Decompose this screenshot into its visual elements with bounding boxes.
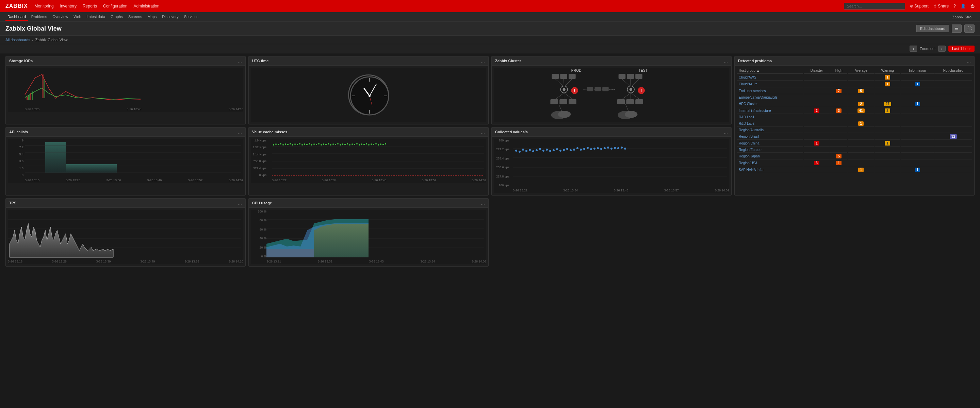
cpu-usage-svg bbox=[266, 210, 486, 257]
top-bar: ZABBIX Monitoring Inventory Reports Conf… bbox=[0, 0, 980, 12]
nav-discovery[interactable]: Discovery bbox=[160, 13, 180, 21]
storage-iops-svg bbox=[25, 68, 243, 112]
widget-menu-cpu-usage[interactable]: ... bbox=[481, 200, 485, 206]
svg-point-99 bbox=[340, 144, 341, 146]
nav-services[interactable]: Services bbox=[182, 13, 200, 21]
widget-title-storage-iops: Storage IOPs bbox=[9, 59, 33, 63]
svg-point-77 bbox=[287, 144, 288, 145]
svg-point-133 bbox=[549, 150, 551, 152]
widget-menu-utc-time[interactable]: ... bbox=[481, 58, 485, 64]
svg-point-144 bbox=[587, 147, 589, 149]
widget-title-utc-time: UTC time bbox=[252, 59, 269, 63]
breadcrumb: All dashboards / Zabbix Global View bbox=[0, 36, 980, 44]
svg-rect-28 bbox=[569, 99, 576, 104]
svg-point-71 bbox=[273, 144, 274, 146]
breadcrumb-current[interactable]: Zabbix Global View bbox=[35, 38, 68, 42]
nav-monitoring[interactable]: Monitoring bbox=[35, 4, 54, 8]
svg-point-95 bbox=[330, 144, 331, 146]
logout-icon[interactable]: ⏻ bbox=[970, 4, 975, 8]
widget-menu-tps[interactable]: ... bbox=[238, 200, 242, 206]
svg-rect-46 bbox=[626, 99, 634, 104]
widget-menu-value-cache-misses[interactable]: ... bbox=[481, 129, 485, 135]
table-row: Region/China 1 1 bbox=[737, 140, 972, 146]
widget-utc-time: UTC time ... bbox=[248, 56, 488, 124]
share-link[interactable]: ⇪ Share bbox=[933, 4, 949, 8]
widget-menu-zabbix-cluster[interactable]: ... bbox=[724, 58, 728, 64]
time-range-button[interactable]: Last 1 hour bbox=[948, 46, 975, 52]
clock-svg bbox=[349, 76, 390, 116]
nav-problems[interactable]: Problems bbox=[29, 13, 49, 21]
table-row: HPC Cluster 2 27 1 bbox=[737, 101, 972, 107]
widget-menu-storage-iops[interactable]: ... bbox=[238, 58, 242, 64]
widget-menu-detected-problems[interactable]: ... bbox=[967, 58, 971, 64]
edit-dashboard-button[interactable]: Edit dashboard bbox=[916, 25, 949, 32]
zoom-prev-button[interactable]: ‹ bbox=[910, 46, 917, 52]
clock-face bbox=[348, 75, 389, 115]
svg-point-90 bbox=[318, 143, 320, 144]
svg-rect-3 bbox=[32, 92, 33, 100]
nav-reports[interactable]: Reports bbox=[83, 4, 97, 8]
col-nc: Not classified bbox=[934, 68, 972, 74]
widget-body-storage-iops: 3-26 13:25 3-26 13:48 3-26 14:10 bbox=[6, 66, 245, 114]
svg-point-135 bbox=[556, 148, 558, 150]
nav-web[interactable]: Web bbox=[72, 13, 83, 21]
svg-rect-45 bbox=[617, 99, 625, 104]
svg-point-137 bbox=[563, 149, 565, 151]
widget-cpu-usage: CPU usage ... 100 % 80 % 60 % 40 % 20 % … bbox=[248, 198, 488, 267]
widget-title-value-cache-misses: Value cache misses bbox=[252, 130, 287, 134]
support-link[interactable]: ⊕ Support bbox=[910, 4, 929, 8]
nav-latest-data[interactable]: Latest data bbox=[85, 13, 107, 21]
tps-svg bbox=[8, 210, 243, 257]
cluster-map-svg: PROD bbox=[494, 68, 729, 122]
svg-point-75 bbox=[282, 144, 284, 146]
nav-graphs[interactable]: Graphs bbox=[108, 13, 125, 21]
svg-point-80 bbox=[294, 143, 296, 145]
svg-point-152 bbox=[614, 147, 616, 149]
value-cache-y-labels: 1.9 Kops 1.52 Kops 1.14 Kops 758.8 vps 3… bbox=[251, 139, 268, 177]
widget-header-tps: TPS ... bbox=[6, 198, 245, 208]
svg-rect-15 bbox=[552, 74, 559, 79]
nav-screens[interactable]: Screens bbox=[126, 13, 144, 21]
widget-header-storage-iops: Storage IOPs ... bbox=[6, 56, 245, 66]
svg-point-145 bbox=[590, 148, 592, 150]
nav-dashboard[interactable]: Dashboard bbox=[5, 13, 28, 21]
widget-header-value-cache-misses: Value cache misses ... bbox=[249, 127, 488, 137]
cpu-usage-chart: 100 % 80 % 60 % 40 % 20 % 0 % bbox=[251, 210, 486, 264]
help-icon[interactable]: ? bbox=[953, 4, 956, 8]
table-row: End user services 7 5 bbox=[737, 88, 972, 94]
widget-storage-iops: Storage IOPs ... bbox=[5, 56, 246, 124]
search-input[interactable] bbox=[844, 3, 905, 10]
svg-point-91 bbox=[321, 144, 322, 146]
widget-menu-collected-values[interactable]: ... bbox=[724, 129, 728, 135]
nav-administration[interactable]: Administration bbox=[134, 4, 159, 8]
tps-x-labels: 3-26 13:18 3-26 13:28 3-26 13:39 3-26 13… bbox=[8, 259, 243, 264]
svg-point-113 bbox=[373, 144, 374, 145]
widget-body-zabbix-cluster: PROD bbox=[492, 66, 731, 124]
widget-detected-problems: Detected problems ... Host group ▲ Disas… bbox=[734, 56, 975, 195]
svg-rect-47 bbox=[635, 99, 643, 104]
svg-point-104 bbox=[352, 143, 353, 145]
widget-menu-api-calls[interactable]: ... bbox=[238, 129, 242, 135]
svg-rect-4 bbox=[42, 75, 43, 98]
svg-point-93 bbox=[325, 144, 327, 145]
nav-inventory[interactable]: Inventory bbox=[60, 4, 76, 8]
page-title: Zabbix Global View bbox=[5, 25, 62, 32]
widget-body-tps: 3-26 13:18 3-26 13:28 3-26 13:39 3-26 13… bbox=[6, 208, 245, 266]
storage-iops-y-labels bbox=[8, 68, 25, 106]
nav-maps[interactable]: Maps bbox=[145, 13, 159, 21]
cpu-usage-x-labels: 3-26 13:21 3-26 13:32 3-26 13:43 3-26 13… bbox=[266, 259, 486, 264]
svg-rect-34 bbox=[619, 74, 626, 79]
zoom-next-button[interactable]: › bbox=[938, 46, 946, 52]
table-row: Region/Australia bbox=[737, 127, 972, 133]
svg-point-89 bbox=[316, 144, 317, 145]
svg-rect-27 bbox=[559, 99, 567, 104]
breadcrumb-all-dashboards[interactable]: All dashboards bbox=[5, 38, 30, 42]
svg-point-127 bbox=[529, 149, 531, 151]
nav-configuration[interactable]: Configuration bbox=[103, 4, 127, 8]
user-icon[interactable]: 👤 bbox=[961, 4, 966, 8]
svg-line-52 bbox=[625, 104, 628, 111]
nav-overview[interactable]: Overview bbox=[50, 13, 70, 21]
list-view-button[interactable]: ☰ bbox=[952, 24, 962, 33]
fullscreen-button[interactable]: ⛶ bbox=[964, 24, 975, 33]
value-cache-chart: 1.9 Kops 1.52 Kops 1.14 Kops 758.8 vps 3… bbox=[251, 139, 486, 183]
